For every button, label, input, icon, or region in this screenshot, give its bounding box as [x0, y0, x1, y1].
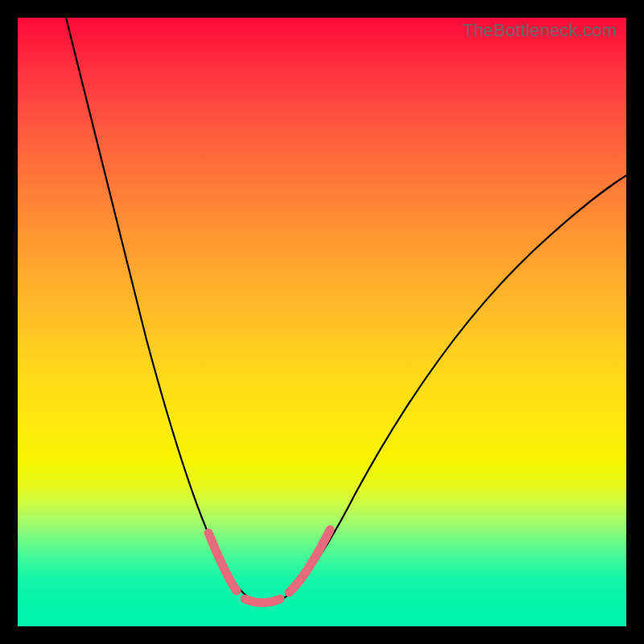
- trough-highlight-right: [289, 530, 330, 592]
- bottleneck-curve: [66, 18, 626, 602]
- trough-highlight-left: [208, 533, 237, 591]
- trough-highlight-bottom: [245, 599, 280, 603]
- bottleneck-plot: [18, 18, 626, 626]
- chart-frame: TheBottleneck.com: [18, 18, 626, 626]
